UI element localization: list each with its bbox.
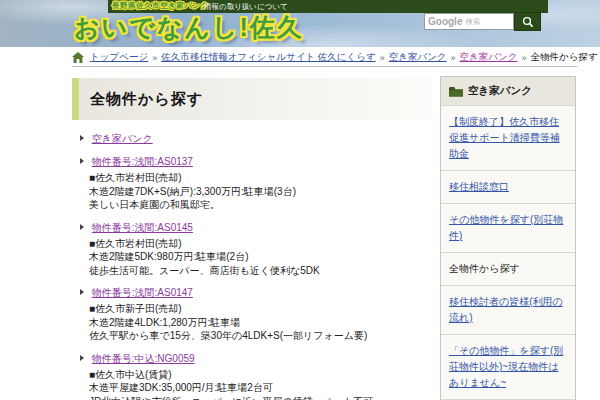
sidebar-item-link[interactable]: 【制度終了】佐久市移住促進サポート清掃費等補助金 xyxy=(449,116,560,159)
bullet-icon xyxy=(80,158,84,164)
sidebar-item[interactable]: 【制度終了】佐久市移住促進サポート清掃費等補助金 xyxy=(441,105,575,170)
listing-location: ■佐久市岩村田(売却) xyxy=(72,237,432,251)
listing-spec: 木造2階建5DK:980万円:駐車場(2台) xyxy=(72,250,432,264)
breadcrumb-item[interactable]: トップページ xyxy=(90,51,148,64)
listing-link[interactable]: 物件番号:中込:NG0059 xyxy=(92,353,195,364)
sidebar-item-link[interactable]: 移住検討者の皆様(利用の流れ) xyxy=(449,296,563,323)
listing-title-row: 物件番号:中込:NG0059 xyxy=(72,352,432,366)
listing-link[interactable]: 物件番号:浅間:AS0147 xyxy=(92,287,193,298)
breadcrumb-separator: » xyxy=(451,53,456,63)
sidebar-item-link[interactable]: 移住相談窓口 xyxy=(449,181,509,192)
breadcrumb-item[interactable]: 空き家バンク xyxy=(389,51,447,64)
listing-title-row: 物件番号:浅間:AS0147 xyxy=(72,286,432,300)
sidebar-item[interactable]: 「その他物件」を探す(別荘物件以外)~現在物件はありません~ xyxy=(441,334,575,399)
listing-title-row: 物件番号:浅間:AS0145 xyxy=(72,221,432,235)
sidebar-item[interactable]: その他物件を探す(別荘物件) xyxy=(441,203,575,252)
listing-location: ■佐久市中込(賃貸) xyxy=(72,368,432,382)
site-logo[interactable]: おいでなんし!佐久 xyxy=(74,11,304,44)
site-header: 長野県佐久市空き家バンク 情報の取り扱いについて おいでなんし!佐久 Googl… xyxy=(0,0,600,47)
top-bar-site-label: 長野県佐久市空き家バンク xyxy=(112,1,209,11)
sidebar-items: 【制度終了】佐久市移住促進サポート清掃費等補助金 移住相談窓口 その他物件を探す… xyxy=(441,105,575,400)
search-button[interactable] xyxy=(514,12,541,31)
breadcrumb-item[interactable]: 空き家バンク xyxy=(460,51,518,64)
breadcrumb: トップページ»佐久市移住情報オフィシャルサイト 佐久にくらす»空き家バンク»空き… xyxy=(72,49,577,67)
listing-location: ■佐久市岩村田(売却) xyxy=(72,171,432,185)
page-title: 全物件から探す xyxy=(90,90,203,109)
listing-description: 徒歩生活可能。スーパー、商店街も近く便利な5DK xyxy=(72,264,432,278)
bullet-icon xyxy=(80,224,84,230)
sidebar-item[interactable]: 移住検討者の皆様(利用の流れ) xyxy=(441,285,575,334)
listing-spec: 木造2階建7DK+S(納戸):3,300万円:駐車場(3台) xyxy=(72,185,432,199)
search-placeholder: 検索 xyxy=(465,17,480,27)
listing-spec: 木造平屋建3DK:35,000円/月:駐車場2台可 xyxy=(72,381,432,395)
bullet-icon xyxy=(80,355,84,361)
sidebar-item-link: 全物件から探す xyxy=(449,263,520,274)
sidebar-title: 空き家バンク xyxy=(468,84,532,98)
breadcrumb-item: 全物件から探す xyxy=(531,51,598,64)
listing-description: JR北中込駅や市役所、スーパーに近い平屋の賃貸。ペット不可。 xyxy=(72,395,432,400)
listings: 物件番号:浅間:AS0137 ■佐久市岩村田(売却) 木造2階建7DK+S(納戸… xyxy=(72,155,432,400)
listing-title-row: 物件番号:浅間:AS0137 xyxy=(72,155,432,169)
sidebar-item[interactable]: 全物件から探す xyxy=(441,252,575,285)
sidebar-item-link[interactable]: 「その他物件」を探す(別荘物件以外)~現在物件はありません~ xyxy=(449,345,563,388)
sidebar-header: 空き家バンク xyxy=(441,77,575,105)
breadcrumb-separator: » xyxy=(522,53,527,63)
bullet-icon xyxy=(80,135,84,141)
search-box: Google 検索 xyxy=(424,12,541,31)
google-watermark: Google xyxy=(428,16,462,27)
magnifier-icon xyxy=(522,16,534,28)
sidebar-item[interactable]: 移住相談窓口 xyxy=(441,170,575,203)
main-content: 全物件から探す 空き家バンク 物件番号:浅間:AS0137 ■佐久市岩村田(売却… xyxy=(72,78,432,400)
listing-item: 物件番号:浅間:AS0147 ■佐久市新子田(売却) 木造2階建4LDK:1,2… xyxy=(72,286,432,343)
listing-description: 佐久平駅から車で15分、築30年の4LDK+S(一部リフォーム要) xyxy=(72,329,432,343)
breadcrumb-separator: » xyxy=(380,53,385,63)
listing-description: 美しい日本庭園の和風邸宅。 xyxy=(72,198,432,212)
sidebar: 空き家バンク 【制度終了】佐久市移住促進サポート清掃費等補助金 移住相談窓口 そ… xyxy=(440,76,576,400)
vacant-house-bank-link[interactable]: 空き家バンク xyxy=(92,133,153,144)
breadcrumb-separator: » xyxy=(152,53,157,63)
bullet-icon xyxy=(80,289,84,295)
listing-link[interactable]: 物件番号:浅間:AS0145 xyxy=(92,222,193,233)
listing-link[interactable]: 物件番号:浅間:AS0137 xyxy=(92,156,193,167)
listing-item: 物件番号:浅間:AS0145 ■佐久市岩村田(売却) 木造2階建5DK:980万… xyxy=(72,221,432,278)
listing-item: 物件番号:中込:NG0059 ■佐久市中込(賃貸) 木造平屋建3DK:35,00… xyxy=(72,352,432,400)
listing-location: ■佐久市新子田(売却) xyxy=(72,302,432,316)
search-input[interactable]: Google 検索 xyxy=(424,13,514,30)
intro-row: 空き家バンク xyxy=(80,132,432,146)
title-accent-bar xyxy=(72,78,79,120)
sidebar-item-link[interactable]: その他物件を探す(別荘物件) xyxy=(449,214,563,241)
listing-spec: 木造2階建4LDK:1,280万円:駐車場 xyxy=(72,316,432,330)
home-icon[interactable] xyxy=(72,52,84,63)
listing-item: 物件番号:浅間:AS0137 ■佐久市岩村田(売却) 木造2階建7DK+S(納戸… xyxy=(72,155,432,212)
page-title-box: 全物件から探す xyxy=(72,78,432,120)
breadcrumb-item[interactable]: 佐久市移住情報オフィシャルサイト 佐久にくらす xyxy=(161,51,376,64)
folder-icon xyxy=(449,86,463,97)
